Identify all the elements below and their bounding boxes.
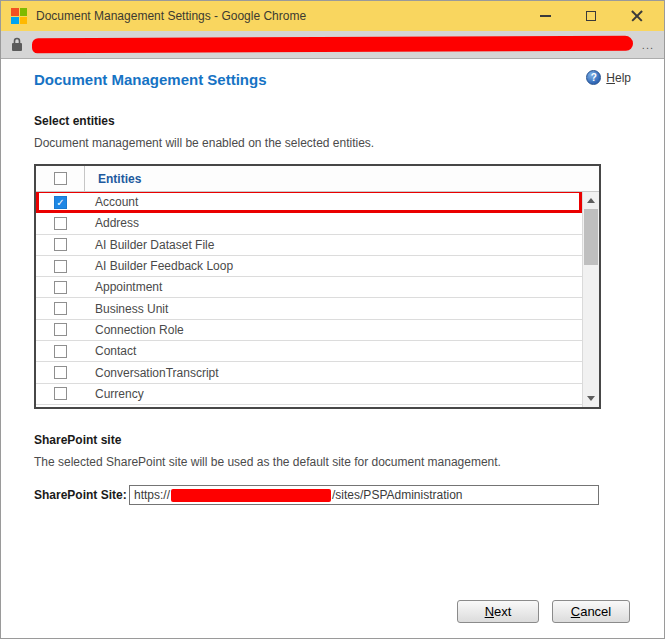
url-trailing-ellipsis: ... bbox=[642, 39, 654, 51]
sharepoint-site-description: The selected SharePoint site will be use… bbox=[34, 455, 631, 469]
table-row[interactable]: ✓Account bbox=[36, 192, 582, 213]
cancel-button[interactable]: Cancel bbox=[552, 600, 630, 623]
sharepoint-url-suffix: /sites/PSPAdministration bbox=[332, 488, 463, 502]
entity-label: AI Builder Dataset File bbox=[95, 238, 214, 252]
entity-label: Address bbox=[95, 216, 139, 230]
entities-table-body: ✓AccountAddressAI Builder Dataset FileAI… bbox=[36, 192, 599, 407]
select-all-checkbox[interactable] bbox=[54, 172, 67, 185]
entities-rows: ✓AccountAddressAI Builder Dataset FileAI… bbox=[36, 192, 582, 407]
entities-column-header: Entities bbox=[85, 166, 141, 191]
table-row[interactable]: Contact bbox=[36, 341, 582, 362]
table-row[interactable] bbox=[36, 405, 582, 407]
footer-buttons: Next Cancel bbox=[34, 600, 631, 623]
row-checkbox[interactable] bbox=[54, 387, 67, 400]
help-link[interactable]: Help bbox=[586, 70, 631, 85]
table-scrollbar[interactable] bbox=[582, 192, 599, 407]
maximize-button[interactable] bbox=[584, 9, 598, 23]
window-title: Document Management Settings - Google Ch… bbox=[36, 9, 538, 23]
scrollbar-up-arrow-icon[interactable] bbox=[583, 192, 599, 209]
next-button[interactable]: Next bbox=[457, 600, 539, 623]
page-title: Document Management Settings bbox=[34, 71, 267, 88]
dialog-content: Document Management Settings Help Select… bbox=[1, 59, 664, 638]
row-checkbox[interactable] bbox=[54, 345, 67, 358]
select-entities-title: Select entities bbox=[34, 114, 631, 128]
help-icon bbox=[586, 70, 601, 85]
url-bar: ... bbox=[1, 31, 664, 59]
window-controls bbox=[538, 9, 644, 23]
row-checkbox[interactable] bbox=[54, 217, 67, 230]
table-row[interactable]: Appointment bbox=[36, 277, 582, 298]
entity-label: Contact bbox=[95, 344, 136, 358]
table-row[interactable]: Address bbox=[36, 213, 582, 234]
minimize-icon bbox=[540, 15, 551, 17]
sharepoint-url-redaction bbox=[171, 489, 331, 502]
table-row[interactable]: AI Builder Feedback Loop bbox=[36, 256, 582, 277]
row-checkbox[interactable] bbox=[54, 281, 67, 294]
entity-label: ConversationTranscript bbox=[95, 366, 219, 380]
entity-label: Currency bbox=[95, 387, 144, 401]
entities-table-header: Entities bbox=[36, 166, 599, 192]
table-row[interactable]: Connection Role bbox=[36, 320, 582, 341]
sharepoint-url-prefix: https:// bbox=[134, 488, 170, 502]
table-row[interactable]: ConversationTranscript bbox=[36, 362, 582, 383]
row-checkbox[interactable] bbox=[54, 260, 67, 273]
row-checkbox[interactable] bbox=[54, 302, 67, 315]
sharepoint-site-label: SharePoint Site: bbox=[34, 488, 129, 502]
chrome-popup-window: Document Management Settings - Google Ch… bbox=[0, 0, 665, 639]
lock-icon[interactable] bbox=[11, 37, 23, 52]
table-row[interactable]: AI Builder Dataset File bbox=[36, 235, 582, 256]
help-label[interactable]: Help bbox=[606, 71, 631, 85]
scrollbar-thumb[interactable] bbox=[584, 209, 598, 265]
entity-label: Business Unit bbox=[95, 302, 168, 316]
row-checkbox[interactable] bbox=[54, 323, 67, 336]
sharepoint-site-title: SharePoint site bbox=[34, 433, 631, 447]
microsoft-logo-icon bbox=[11, 8, 27, 24]
url-redaction-bar bbox=[32, 36, 633, 54]
maximize-icon bbox=[586, 11, 596, 21]
minimize-button[interactable] bbox=[538, 9, 552, 23]
row-checkbox[interactable] bbox=[54, 238, 67, 251]
table-row[interactable]: Business Unit bbox=[36, 298, 582, 319]
entity-label: Appointment bbox=[95, 280, 162, 294]
scrollbar-down-arrow-icon[interactable] bbox=[583, 390, 599, 407]
row-checkbox-checked[interactable]: ✓ bbox=[54, 196, 67, 209]
entity-label: Account bbox=[95, 195, 138, 209]
row-checkbox[interactable] bbox=[54, 366, 67, 379]
window-titlebar: Document Management Settings - Google Ch… bbox=[1, 1, 664, 31]
table-row[interactable]: Currency bbox=[36, 384, 582, 405]
entity-label: Connection Role bbox=[95, 323, 184, 337]
entities-table: Entities ✓AccountAddressAI Builder Datas… bbox=[34, 164, 601, 409]
entity-label: AI Builder Feedback Loop bbox=[95, 259, 233, 273]
sharepoint-site-input[interactable]: https:// /sites/PSPAdministration bbox=[129, 485, 599, 505]
select-entities-description: Document management will be enabled on t… bbox=[34, 136, 631, 150]
close-button[interactable] bbox=[630, 9, 644, 23]
close-icon bbox=[631, 10, 643, 22]
